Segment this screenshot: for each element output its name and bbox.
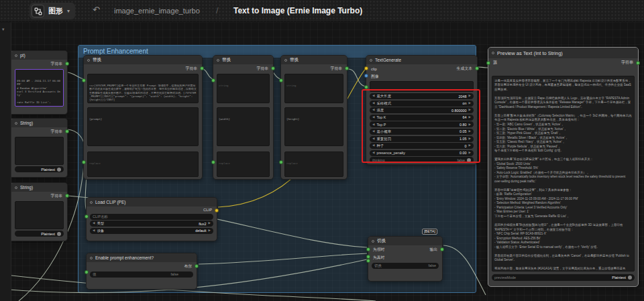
- input-dot-replace[interactable]: [211, 160, 215, 164]
- decrement-arrow-icon[interactable]: ◀: [372, 109, 374, 112]
- decrement-arrow-icon[interactable]: ◀: [372, 123, 374, 127]
- workspace-menu[interactable]: 图形 ▾: [30, 3, 75, 19]
- widget-value[interactable]: 值 false: [90, 272, 193, 278]
- node-switch[interactable]: 切换 为假时 输出 为真时 切换 false: [368, 236, 443, 282]
- clip-name-field[interactable]: CLIP名称: [90, 214, 213, 220]
- replace-with-text-area[interactable]: {prompt}: [87, 107, 199, 146]
- node-left-int-to-string-2[interactable]: String) 字符串 Plaintext: [11, 182, 68, 241]
- node-replace-2[interactable]: 替换 字符串 string {width} replace: [213, 55, 274, 180]
- chevron-down-icon[interactable]: ▾: [67, 8, 70, 14]
- node-textgenerate[interactable]: TextGenerate clip 生成文本 图像 prompt ◀ 最大长度 …: [366, 55, 478, 165]
- output-dot-clip[interactable]: [215, 208, 219, 213]
- collapse-dot-icon[interactable]: [370, 59, 372, 62]
- widget-top-k[interactable]: ◀ Top K 64 ▶: [370, 115, 474, 121]
- toggle-knob-icon[interactable]: [57, 168, 61, 172]
- workflow-logo-icon[interactable]: [32, 5, 44, 17]
- workspace-label[interactable]: 图形: [48, 6, 63, 16]
- output-dot[interactable]: [440, 247, 444, 251]
- input-dot-clip-name[interactable]: [85, 215, 89, 219]
- increment-arrow-icon[interactable]: ▶: [209, 222, 211, 225]
- node-replace-1[interactable]: 替换 字符串 <s>[SYSTEM_PROMPT]你是一个专业的文生图 Prom…: [83, 55, 203, 180]
- replace-source-text-area[interactable]: replace: [217, 152, 270, 177]
- toggle-knob-icon[interactable]: [467, 158, 471, 162]
- node-left-int-to-string-1[interactable]: String) 字符串 Plaintext: [11, 118, 68, 178]
- widget-seed[interactable]: ◀ 种子 0 ▶: [370, 143, 474, 149]
- search-text-area[interactable]: string: [217, 74, 270, 103]
- increment-arrow-icon[interactable]: ▶: [469, 109, 471, 112]
- chevron-down-icon[interactable]: ▾: [341, 7, 343, 13]
- toggle-knob-icon[interactable]: [628, 276, 632, 280]
- collapse-dot-icon[interactable]: [372, 240, 374, 243]
- increment-arrow-icon[interactable]: ▶: [469, 95, 471, 98]
- widget-thinking-toggle[interactable]: thinking false: [370, 157, 474, 163]
- node-replace-3[interactable]: 替换 字符串 string {height} replace: [280, 55, 347, 180]
- decrement-arrow-icon[interactable]: ◀: [372, 137, 374, 141]
- widget-presence-penalty[interactable]: ◀ presence_penalty 0.00 ▶: [370, 150, 474, 156]
- widget-max-length[interactable]: ◀ 最大长度 2048 ▶: [370, 93, 474, 99]
- node-preview-as-text[interactable]: Preview as Text (Int to String) 源 字符串 这是…: [488, 47, 639, 287]
- widget-min-p[interactable]: ◀ 最小概率 0.05 ▶: [370, 129, 474, 135]
- replace-with-text-area[interactable]: {height}: [284, 107, 343, 146]
- decrement-arrow-icon[interactable]: ◀: [372, 95, 374, 98]
- output-dot-boolean[interactable]: [195, 264, 199, 268]
- input-dot-replace[interactable]: [279, 160, 283, 164]
- replace-with-text-area[interactable]: {width}: [217, 107, 270, 146]
- decrement-arrow-icon[interactable]: ◀: [372, 152, 374, 155]
- collapse-dot-icon[interactable]: [90, 257, 93, 259]
- output-dot-string[interactable]: [65, 194, 69, 198]
- collapse-dot-icon[interactable]: [87, 59, 90, 62]
- widget-type[interactable]: ◀ 类型 flux2 ▶: [90, 221, 213, 227]
- replace-source-text-area[interactable]: replace: [284, 152, 343, 177]
- widget-repetition-penalty[interactable]: ◀ 重复惩罚 1.05 ▶: [370, 136, 474, 142]
- increment-arrow-icon[interactable]: ▶: [469, 144, 471, 147]
- decrement-arrow-icon[interactable]: ◀: [372, 144, 374, 147]
- search-text-area[interactable]: string: [284, 74, 343, 103]
- input-dot-prompt[interactable]: [364, 85, 368, 89]
- input-dot-string[interactable]: [211, 78, 215, 82]
- input-dot-on-false[interactable]: [366, 247, 370, 251]
- output-dot-string[interactable]: [271, 66, 275, 70]
- collapse-panel-icon[interactable]: ▾: [2, 27, 5, 32]
- widget-device[interactable]: ◀ 设备 default ▶: [90, 228, 213, 234]
- increment-arrow-icon[interactable]: ▶: [469, 152, 471, 155]
- input-dot-image[interactable]: [364, 74, 368, 78]
- collapse-dot-icon[interactable]: [217, 59, 219, 62]
- prompt-text-area[interactable]: prompt: [370, 81, 474, 92]
- toggle-knob-icon[interactable]: [57, 232, 61, 236]
- search-text-area[interactable]: <s>[SYSTEM_PROMPT]你是一个专业的文生图 Prompt 增强助手…: [87, 74, 199, 103]
- text-preview-area[interactable]: [15, 137, 64, 165]
- node-enable-prompt-enhancement[interactable]: Enable prompt enhancement? 布尔 值 false: [86, 253, 197, 290]
- output-dot-string[interactable]: [345, 66, 349, 70]
- input-dot-source[interactable]: [486, 61, 490, 65]
- replace-source-text-area[interactable]: replace: [87, 152, 199, 177]
- decrement-arrow-icon[interactable]: ◀: [93, 229, 95, 233]
- collapse-dot-icon[interactable]: [15, 122, 17, 125]
- decrement-arrow-icon[interactable]: ◀: [372, 102, 374, 105]
- input-dot-clip[interactable]: [364, 66, 368, 70]
- output-dot-string[interactable]: [65, 62, 69, 66]
- node-load-clip[interactable]: Load CLIP (PE) CLIP CLIP名称 ◀ 类型 flux2 ▶ …: [86, 197, 217, 241]
- preview-mode-toggle[interactable]: Plaintext: [15, 231, 64, 237]
- preview-mode-toggle[interactable]: previewMode Plaintext: [492, 274, 635, 281]
- increment-arrow-icon[interactable]: ▶: [469, 102, 471, 105]
- increment-arrow-icon[interactable]: ▶: [469, 137, 471, 141]
- input-dot-switch[interactable]: [366, 259, 370, 263]
- collapse-dot-icon[interactable]: [15, 186, 17, 189]
- widget-temperature[interactable]: ◀ 温度 0.800000 ▶: [370, 107, 474, 113]
- widget-top-p[interactable]: ◀ Top P 0.80 ▶: [370, 121, 474, 127]
- decrement-arrow-icon[interactable]: ◀: [372, 116, 374, 119]
- output-dot-string[interactable]: [200, 66, 204, 70]
- collapse-dot-icon[interactable]: [15, 54, 17, 57]
- input-dot-string[interactable]: [82, 78, 86, 82]
- preview-text-area[interactable]: 这是一张高度真实的管理界面截图，展示了一个专门为潮流球鞋 Rapesta 运动鞋…: [492, 76, 635, 272]
- increment-arrow-icon[interactable]: ▶: [209, 229, 211, 233]
- node-left-preview-prompt[interactable]: pt) 字符串 09:00 AM - 2024-11-17 06:00 PM' …: [11, 50, 68, 115]
- decrement-arrow-icon[interactable]: ◀: [372, 130, 374, 133]
- collapse-dot-icon[interactable]: [492, 52, 494, 54]
- output-dot-text[interactable]: [475, 66, 479, 70]
- undo-icon[interactable]: ↶: [93, 5, 100, 14]
- increment-arrow-icon[interactable]: ▶: [469, 130, 471, 133]
- text-preview-area[interactable]: [15, 201, 64, 229]
- collapse-dot-icon[interactable]: [284, 59, 287, 62]
- increment-arrow-icon[interactable]: ▶: [469, 123, 471, 127]
